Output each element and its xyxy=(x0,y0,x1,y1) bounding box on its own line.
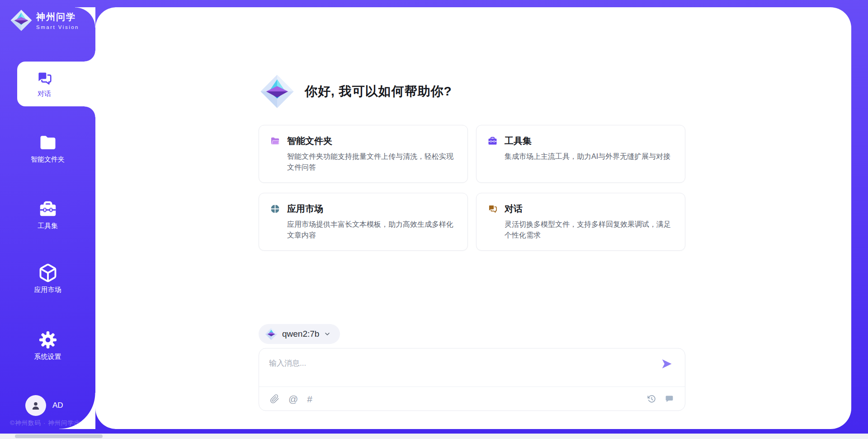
active-tab-fillet-bottom xyxy=(85,106,95,117)
sidebar-item-folders[interactable]: 智能文件夹 xyxy=(0,133,95,164)
cube-icon xyxy=(38,263,58,283)
sidebar-item-label: 应用市场 xyxy=(34,286,61,294)
chevron-down-icon xyxy=(324,330,331,338)
send-icon[interactable] xyxy=(660,358,673,370)
message-input[interactable] xyxy=(269,355,640,372)
avatar xyxy=(25,395,46,416)
toolbox-icon xyxy=(487,136,498,146)
toolbox-icon xyxy=(38,199,58,219)
model-selector[interactable]: qwen2:7b xyxy=(259,324,340,344)
history-icon[interactable] xyxy=(647,394,656,404)
sidebar-item-market[interactable]: 应用市场 xyxy=(0,263,95,294)
brand-name: 神州问学 xyxy=(36,11,79,23)
user-name: AD xyxy=(52,401,63,410)
card-description: 集成市场上主流工具，助力AI与外界无缝扩展与对接 xyxy=(505,151,674,162)
card-title: 智能文件夹 xyxy=(287,135,332,147)
feature-card-chat[interactable]: 对话 灵活切换多模型文件，支持多样回复效果调试，满足个性化需求 xyxy=(476,193,685,251)
person-icon xyxy=(30,400,42,411)
message-composer: @ # xyxy=(259,348,685,411)
chat-icon xyxy=(36,70,53,87)
sidebar-item-label: 智能文件夹 xyxy=(31,155,65,164)
sidebar-item-tools[interactable]: 工具集 xyxy=(0,199,95,230)
hash-icon[interactable]: # xyxy=(307,394,312,404)
sidebar-item-settings[interactable]: 系统设置 xyxy=(0,330,95,361)
chat-bubble-icon[interactable] xyxy=(665,394,674,404)
active-tab-fillet-top xyxy=(85,51,95,62)
horizontal-scrollbar xyxy=(0,434,868,439)
sidebar-item-label: 系统设置 xyxy=(34,353,61,361)
horizontal-scrollbar-thumb[interactable] xyxy=(15,434,103,438)
card-description: 应用市场提供丰富长文本模板，助力高效生成多样化文章内容 xyxy=(287,219,457,241)
folder-icon xyxy=(270,136,280,146)
feature-card-market[interactable]: 应用市场 应用市场提供丰富长文本模板，助力高效生成多样化文章内容 xyxy=(259,193,468,251)
chat-icon xyxy=(487,204,498,214)
brand-subtitle: Smart Vision xyxy=(36,24,79,30)
user-account[interactable]: AD xyxy=(25,395,63,416)
brand: 神州问学 Smart Vision xyxy=(10,9,79,32)
card-description: 灵活切换多模型文件，支持多样回复效果调试，满足个性化需求 xyxy=(505,219,674,241)
greeting-title: 你好, 我可以如何帮助你? xyxy=(305,83,452,100)
folder-icon xyxy=(38,133,58,153)
feature-card-folders[interactable]: 智能文件夹 智能文件夹功能支持批量文件上传与清洗，轻松实现文件问答 xyxy=(259,125,468,183)
model-diamond-logo-icon xyxy=(265,328,278,340)
card-description: 智能文件夹功能支持批量文件上传与清洗，轻松实现文件问答 xyxy=(287,151,457,173)
hero-diamond-logo-icon xyxy=(259,74,295,109)
card-title: 对话 xyxy=(505,203,523,215)
paperclip-icon[interactable] xyxy=(270,394,279,404)
gear-icon xyxy=(38,330,58,350)
hero: 你好, 我可以如何帮助你? xyxy=(259,74,452,109)
card-title: 应用市场 xyxy=(287,203,323,215)
at-icon[interactable]: @ xyxy=(288,394,298,404)
brand-diamond-logo-icon xyxy=(10,9,33,32)
feature-card-tools[interactable]: 工具集 集成市场上主流工具，助力AI与外界无缝扩展与对接 xyxy=(476,125,685,183)
grid-icon xyxy=(270,204,280,214)
sidebar-item-label: 工具集 xyxy=(38,222,58,230)
model-name: qwen2:7b xyxy=(282,329,319,339)
card-title: 工具集 xyxy=(505,135,532,147)
sidebar-footer-text: ©神州数码 · 神州问学出品 xyxy=(10,419,87,427)
sidebar-item-label: 对话 xyxy=(38,90,51,98)
sidebar-item-chat[interactable]: 对话 xyxy=(17,62,71,106)
